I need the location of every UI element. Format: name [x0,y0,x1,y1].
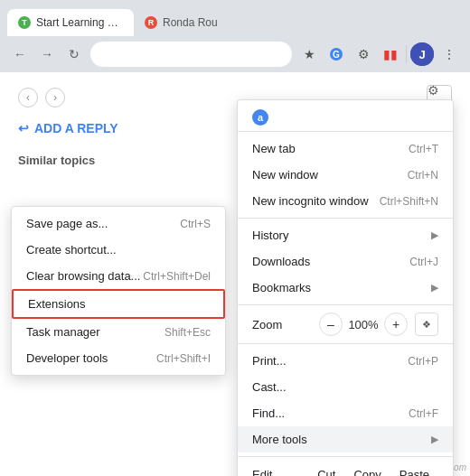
menu-item-find[interactable]: Find... Ctrl+F [238,400,453,426]
menu-label-find: Find... [252,406,285,420]
page-content: ‹ › ⚙ ▼ ↩ ADD A REPLY Similar topics a N… [0,72,470,476]
tab-2[interactable]: R Ronda Rou [134,9,229,36]
shortcut-clear: Ctrl+Shift+Del [143,270,211,283]
copy-button[interactable]: Copy [344,465,390,476]
paste-button[interactable]: Paste [390,465,438,476]
address-bar[interactable] [90,42,292,67]
extensions-icon[interactable]: G [324,42,348,66]
settings-icon[interactable]: ⚙ [352,42,375,66]
shortcut-incognito: Ctrl+Shift+N [380,195,438,208]
next-button[interactable]: › [45,88,65,107]
edit-actions: Cut Copy Paste [308,465,438,476]
more-icon[interactable]: ⋮ [437,42,461,66]
more-tools-arrow-icon: ▶ [431,434,438,445]
left-menu-label-clear: Clear browsing data... [26,269,140,283]
left-menu-label-task-manager: Task manager [26,325,100,339]
menu-item-incognito[interactable]: New incognito window Ctrl+Shift+N [238,188,453,214]
menu-item-history[interactable]: History ▶ [238,222,453,248]
menu-divider-5 [238,456,453,457]
browser-context-menu: a New tab Ctrl+T New window Ctrl+N New i… [237,99,454,476]
menu-divider-4 [238,343,453,344]
zoom-in-button[interactable]: + [384,313,408,336]
left-menu-item-extensions[interactable]: Extensions [12,289,225,319]
shortcut-find: Ctrl+F [409,407,438,420]
svg-text:J: J [418,48,425,61]
left-menu-label-save: Save page as... [26,217,108,230]
menu-divider-3 [238,304,453,305]
shortcut-downloads: Ctrl+J [409,256,438,268]
menu-label-new-window: New window [252,168,318,182]
shortcut-print: Ctrl+P [408,355,438,368]
menu-item-downloads[interactable]: Downloads Ctrl+J [238,248,453,275]
history-arrow-icon: ▶ [431,229,438,241]
reply-icon: ↩ [18,121,29,135]
shortcut-new-window: Ctrl+N [408,169,438,182]
shortcut-devtools: Ctrl+Shift+I [156,352,211,365]
more-tools-context-menu: Save page as... Ctrl+S Create shortcut..… [11,206,226,376]
zoom-value: 100% [346,318,381,331]
apps-icon[interactable]: ▮▮ [379,42,402,66]
menu-item-new-tab[interactable]: New tab Ctrl+T [238,135,453,162]
menu-item-cast[interactable]: Cast... [238,374,453,400]
shortcut-task-manager: Shift+Esc [164,326,211,339]
left-menu-label-extensions: Extensions [28,297,86,311]
menu-item-print[interactable]: Print... Ctrl+P [238,348,453,374]
svg-text:G: G [333,50,340,60]
zoom-expand-button[interactable]: ❖ [415,313,438,336]
back-button[interactable]: ← [9,43,31,65]
zoom-label: Zoom [252,318,319,331]
menu-item-edit: Edit Cut Copy Paste [238,461,453,476]
left-menu-item-task-manager[interactable]: Task manager Shift+Esc [12,319,225,345]
tab-bar: T Start Learning at Tree R Ronda Rou [0,0,470,36]
tab1-favicon: T [18,16,31,29]
reply-label: ADD A REPLY [34,121,118,135]
shortcut-new-tab: Ctrl+T [409,143,438,155]
separator [406,45,407,63]
tab-1[interactable]: T Start Learning at Tree [7,9,134,36]
menu-item-new-window[interactable]: New window Ctrl+N [238,162,453,188]
browser-chrome: T Start Learning at Tree R Ronda Rou ← →… [0,0,470,72]
menu-label-history: History [252,229,288,242]
menu-divider-1 [238,131,453,132]
tab2-label: Ronda Rou [163,16,218,29]
left-menu-item-devtools[interactable]: Developer tools Ctrl+Shift+I [12,345,225,371]
shortcut-save: Ctrl+S [180,218,211,230]
zoom-row: Zoom – 100% + ❖ [238,309,453,340]
menu-label-cast: Cast... [252,380,287,394]
menu-label-more-tools: More tools [252,433,307,446]
left-menu-item-save[interactable]: Save page as... Ctrl+S [12,210,225,237]
menu-label-print: Print... [252,354,287,368]
edit-label: Edit [252,468,308,476]
menu-label-incognito: New incognito window [252,194,369,208]
prev-button[interactable]: ‹ [18,88,38,107]
toolbar-icons: ★ G ⚙ ▮▮ J ⋮ [297,42,461,66]
menu-label-bookmarks: Bookmarks [252,281,311,294]
bookmarks-arrow-icon: ▶ [431,282,438,294]
left-menu-label-shortcut: Create shortcut... [26,243,117,257]
address-bar-row: ← → ↻ ★ G ⚙ ▮▮ J ⋮ [0,36,470,72]
tab1-label: Start Learning at Tree [36,16,123,29]
menu-item-bookmarks[interactable]: Bookmarks ▶ [238,275,453,301]
left-menu-item-clear[interactable]: Clear browsing data... Ctrl+Shift+Del [12,263,225,289]
tab2-favicon: R [145,16,157,29]
menu-label-downloads: Downloads [252,255,310,268]
forward-button[interactable]: → [36,43,58,65]
profile-avatar[interactable]: J [410,42,434,66]
zoom-out-button[interactable]: – [319,313,343,336]
left-menu-item-shortcut[interactable]: Create shortcut... [12,237,225,263]
menu-divider-2 [238,218,453,219]
menu-item-more-tools[interactable]: More tools ▶ [238,426,453,453]
menu-label-new-tab: New tab [252,142,296,155]
left-menu-label-devtools: Developer tools [26,351,108,365]
profile-menu-icon: a [252,109,268,126]
cut-button[interactable]: Cut [308,465,344,476]
zoom-controls: – 100% + ❖ [319,313,438,336]
bookmark-icon[interactable]: ★ [297,42,321,66]
refresh-button[interactable]: ↻ [63,43,85,65]
